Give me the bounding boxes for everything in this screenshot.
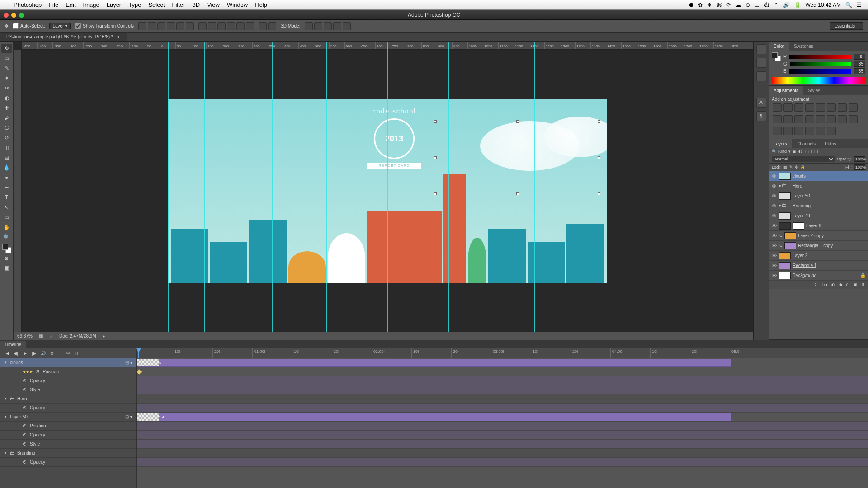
adj-icon[interactable] xyxy=(773,103,782,112)
brush-tool[interactable]: 🖌 xyxy=(1,113,12,122)
red-value[interactable]: 35 xyxy=(854,54,865,60)
timeline-tree-row[interactable]: ▼clouds⊟ ▾ xyxy=(0,358,136,367)
visibility-icon[interactable]: 👁 xyxy=(771,263,777,268)
show-transform-checkbox[interactable]: Show Transform Controls xyxy=(75,23,134,29)
timeline-tree-row[interactable]: ▼🗀Hero xyxy=(0,394,136,404)
foreground-swatch[interactable] xyxy=(2,244,8,250)
heal-tool[interactable]: ✚ xyxy=(1,103,12,113)
adj-icon[interactable] xyxy=(827,115,836,123)
adj-icon[interactable] xyxy=(838,103,847,112)
timeline-ruler[interactable]: 10f20f01:00f10f20f02:00f10f20f03:00f10f2… xyxy=(137,348,868,358)
tab-styles[interactable]: Styles xyxy=(803,86,825,95)
visibility-icon[interactable]: 👁 xyxy=(771,193,777,199)
timeline-track[interactable] xyxy=(137,376,868,385)
app-name[interactable]: Photoshop xyxy=(14,1,42,8)
layer-row[interactable]: 👁clouds xyxy=(769,171,868,181)
adj-icon[interactable] xyxy=(805,103,814,112)
adj-icon[interactable] xyxy=(783,103,793,112)
timeline-tree-row[interactable]: ⏱Position xyxy=(0,422,136,431)
gradient-tool[interactable]: ▤ xyxy=(1,153,12,162)
menubar-extra-icon[interactable]: ✿ xyxy=(698,2,703,8)
link-layers-icon[interactable]: ⌘ xyxy=(815,282,819,287)
group-icon[interactable]: 🗀 xyxy=(846,282,850,287)
layer-row[interactable]: 👁Rectangle 1 xyxy=(769,261,868,271)
align-icon[interactable] xyxy=(157,22,165,30)
transition-button[interactable]: ◫ xyxy=(74,350,80,357)
timeline-track[interactable] xyxy=(137,440,868,449)
visibility-icon[interactable]: 👁 xyxy=(771,223,777,229)
adj-icon[interactable] xyxy=(783,115,793,123)
crop-tool[interactable]: ✂ xyxy=(1,84,12,93)
adj-icon[interactable] xyxy=(783,127,793,135)
3d-icon[interactable] xyxy=(343,22,351,30)
timeline-track[interactable] xyxy=(137,404,868,413)
window-close-button[interactable] xyxy=(4,13,9,18)
character-icon[interactable]: A xyxy=(756,98,766,108)
lock-icon[interactable]: ▦ xyxy=(783,165,788,169)
zoom-tool[interactable]: 🔍 xyxy=(1,233,12,242)
tab-swatches[interactable]: Swatches xyxy=(789,42,818,51)
next-frame-button[interactable]: |▶ xyxy=(31,350,37,357)
green-slider[interactable] xyxy=(790,62,851,66)
timeline-tree-row[interactable]: ⏱Opacity xyxy=(0,376,136,385)
filter-icon[interactable]: ◫ xyxy=(814,149,818,154)
opacity-value[interactable]: 100% xyxy=(854,156,865,162)
layer-row[interactable]: 👁↳Layer 2 copy xyxy=(769,231,868,241)
adj-icon[interactable] xyxy=(805,127,814,135)
timeline-tree-row[interactable]: ⏱Opacity xyxy=(0,404,136,413)
blue-value[interactable]: 35 xyxy=(854,68,865,74)
lasso-tool[interactable]: ✎ xyxy=(1,64,12,73)
type-tool[interactable]: T xyxy=(1,193,12,202)
timeline-track[interactable] xyxy=(137,422,868,431)
menu-select[interactable]: Select xyxy=(148,1,165,8)
visibility-icon[interactable]: 👁 xyxy=(771,174,777,179)
distribute-icon[interactable] xyxy=(198,22,207,30)
vertical-ruler[interactable] xyxy=(14,50,22,332)
visibility-icon[interactable]: 👁 xyxy=(771,213,777,219)
menubar-extra-icon[interactable]: ❖ xyxy=(707,2,712,8)
wifi-icon[interactable]: ⌃ xyxy=(774,2,778,8)
menu-type[interactable]: Type xyxy=(128,1,141,8)
adj-icon[interactable] xyxy=(805,115,814,123)
red-slider[interactable] xyxy=(789,55,851,59)
menu-layer[interactable]: Layer xyxy=(107,1,122,8)
menu-3d[interactable]: 3D xyxy=(192,1,200,8)
timeline-track[interactable] xyxy=(137,431,868,440)
timeline-clip[interactable]: ▼ Layer 50 xyxy=(137,413,731,421)
align-icon[interactable] xyxy=(186,22,194,30)
layer-row[interactable]: 👁▸🗀Branding xyxy=(769,201,868,211)
adj-icon[interactable] xyxy=(794,103,803,112)
dodge-tool[interactable]: ● xyxy=(1,173,12,182)
align-icon[interactable] xyxy=(167,22,175,30)
paragraph-icon[interactable]: ¶ xyxy=(756,111,766,121)
tab-adjustments[interactable]: Adjustments xyxy=(769,86,803,95)
adj-icon[interactable] xyxy=(794,115,803,123)
window-zoom-button[interactable] xyxy=(19,13,24,18)
keyframe[interactable] xyxy=(137,369,142,374)
timeline-track[interactable] xyxy=(137,394,868,404)
adj-icon[interactable] xyxy=(773,115,782,123)
settings-button[interactable]: ⚙ xyxy=(49,350,55,357)
wand-tool[interactable]: ✦ xyxy=(1,74,12,83)
lock-icon[interactable]: 🔒 xyxy=(800,165,805,169)
align-icon[interactable] xyxy=(138,22,146,30)
3d-icon[interactable] xyxy=(324,22,332,30)
doc-size[interactable]: Doc: 2.47M/28.9M xyxy=(59,333,96,338)
filter-icon[interactable]: ◐ xyxy=(798,149,802,154)
menu-window[interactable]: Window xyxy=(227,1,248,8)
layer-row[interactable]: 👁Layer 49 xyxy=(769,211,868,221)
timeline-tree-row[interactable]: ⏱Style xyxy=(0,385,136,394)
layer-row[interactable]: 👁Layer 6 xyxy=(769,221,868,231)
adj-icon[interactable] xyxy=(849,115,858,123)
menu-help[interactable]: Help xyxy=(255,1,267,8)
workspace-switcher[interactable]: Essentials xyxy=(830,22,863,30)
visibility-icon[interactable]: 👁 xyxy=(771,253,777,258)
menubar-extra-icon[interactable]: ☐ xyxy=(755,2,760,8)
status-chevron-icon[interactable]: ▸ xyxy=(103,333,105,338)
menubar-extra-icon[interactable]: ⊙ xyxy=(745,2,750,8)
timeline-tree-row[interactable]: ⏱Opacity xyxy=(0,431,136,440)
adj-icon[interactable] xyxy=(827,127,836,135)
dock-icon[interactable] xyxy=(756,44,766,54)
distribute-icon[interactable] xyxy=(246,22,254,30)
timeline-tree-row[interactable]: ▼Layer 50⊟ ▾ xyxy=(0,413,136,422)
